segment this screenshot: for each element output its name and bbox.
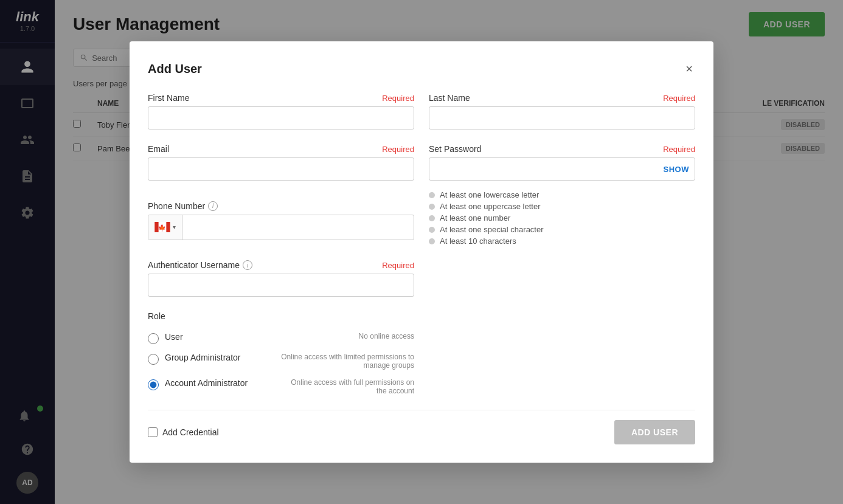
phone-label-row: Phone Number i [148,201,414,211]
auth-username-label-row: Authenticator Username i Required [148,260,414,270]
email-input[interactable] [148,157,414,181]
first-name-label-row: First Name Required [148,93,414,103]
auth-username-input[interactable] [148,274,414,297]
first-name-group: First Name Required [148,93,414,129]
password-label: Set Password [429,144,481,154]
modal-overlay: Add User × First Name Required Last Name [55,0,843,504]
password-rule-3: At least one special character [429,225,695,234]
password-input-wrapper: SHOW [429,157,695,181]
svg-text:🍁: 🍁 [159,224,167,232]
auth-info-icon: i [243,260,252,270]
auth-username-required: Required [382,261,414,270]
first-name-required: Required [382,94,414,103]
modal-add-user-button[interactable]: ADD USER [614,420,695,444]
svg-rect-2 [166,222,170,232]
phone-number-label: Phone Number i [148,201,218,211]
rule-dot-1 [429,204,435,210]
email-label-row: Email Required [148,144,414,154]
first-name-input[interactable] [148,106,414,129]
spacer [429,260,695,297]
rule-dot-2 [429,215,435,221]
rule-text-3: At least one special character [440,225,544,234]
role-option-account-admin: Account Administrator Online access with… [148,378,414,395]
modal-header: Add User × [148,60,695,78]
rule-text-4: At least 10 characters [440,236,516,246]
role-options: User No online access Group Administrato… [148,332,414,395]
phone-number-group: Phone Number i 🍁 ▾ [148,201,414,246]
last-name-group: Last Name Required [429,93,695,129]
role-group: Role User No online access [148,311,414,395]
rule-text-2: At least one number [440,213,510,223]
add-user-modal: Add User × First Name Required Last Name [130,41,713,463]
chevron-down-icon: ▾ [173,224,176,230]
last-name-label-row: Last Name Required [429,93,695,103]
role-group-admin-label[interactable]: Group Administrator [165,353,241,362]
first-name-label: First Name [148,93,189,103]
rule-dot-4 [429,238,435,244]
role-account-admin-label[interactable]: Account Administrator [165,378,248,388]
role-radio-user[interactable] [148,333,159,344]
rule-dot-0 [429,192,435,198]
rule-text-0: At least one lowercase letter [440,190,539,199]
role-group-admin-desc: Online access with limited permissions t… [280,353,414,370]
modal-close-button[interactable]: × [683,60,695,78]
role-option-user: User No online access [148,332,414,344]
role-user-label[interactable]: User [165,332,183,342]
last-name-required: Required [663,94,695,103]
role-label: Role [148,311,414,321]
role-option-user-inner: User No online access [165,332,414,342]
password-rule-0: At least one lowercase letter [429,190,695,199]
email-label: Email [148,144,169,154]
main-content: User Management ADD USER Users per page … [55,0,843,504]
canada-flag-icon: 🍁 [154,222,170,232]
password-label-row: Set Password Required [429,144,695,154]
password-rules: At least one lowercase letter At least o… [429,190,695,246]
role-user-desc: No online access [359,332,414,340]
auth-username-group: Authenticator Username i Required [148,260,414,297]
password-input[interactable] [429,157,695,181]
role-option-account-admin-inner: Account Administrator Online access with… [165,378,414,395]
modal-footer: Add Credential ADD USER [148,410,695,444]
role-option-group-admin: Group Administrator Online access with l… [148,353,414,370]
modal-title: Add User [148,62,202,76]
password-rule-1: At least one uppercase letter [429,202,695,211]
password-rule-2: At least one number [429,213,695,223]
password-rule-4: At least 10 characters [429,236,695,246]
role-account-admin-desc: Online access with full permissions on t… [280,378,414,395]
auth-username-label: Authenticator Username i [148,260,252,270]
add-credential-checkbox[interactable] [148,427,158,437]
last-name-label: Last Name [429,93,470,103]
password-group: Set Password Required SHOW At least one … [429,144,695,246]
add-credential-label[interactable]: Add Credential [162,427,219,437]
role-radio-group-admin[interactable] [148,354,159,365]
last-name-input[interactable] [429,106,695,129]
phone-input[interactable] [182,216,414,238]
password-required: Required [663,145,695,154]
phone-input-row: 🍁 ▾ [148,215,414,240]
email-required: Required [382,145,414,154]
email-group: Email Required [148,144,414,187]
add-credential-row: Add Credential [148,427,219,437]
role-option-group-admin-inner: Group Administrator Online access with l… [165,353,414,370]
modal-body: First Name Required Last Name Required [148,93,695,395]
show-password-button[interactable]: SHOW [664,165,689,174]
phone-info-icon: i [208,201,218,211]
country-selector[interactable]: 🍁 ▾ [148,215,182,240]
rule-dot-3 [429,227,435,233]
rule-text-1: At least one uppercase letter [440,202,541,211]
role-radio-account-admin[interactable] [148,379,159,390]
